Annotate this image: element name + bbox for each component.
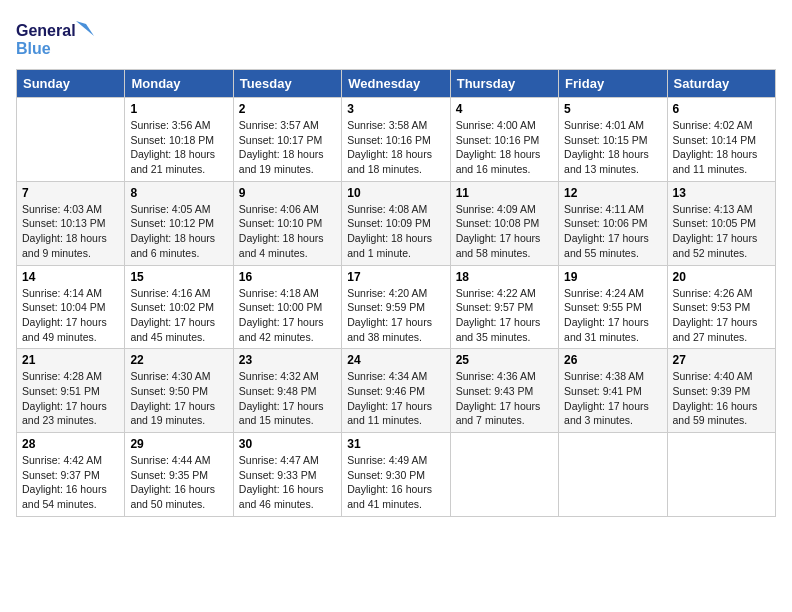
cell-content: Sunrise: 4:38 AM Sunset: 9:41 PM Dayligh… (564, 369, 661, 428)
cell-content: Sunrise: 4:36 AM Sunset: 9:43 PM Dayligh… (456, 369, 553, 428)
day-number: 5 (564, 102, 661, 116)
calendar-cell: 5Sunrise: 4:01 AM Sunset: 10:15 PM Dayli… (559, 98, 667, 182)
calendar-cell: 26Sunrise: 4:38 AM Sunset: 9:41 PM Dayli… (559, 349, 667, 433)
calendar-cell: 29Sunrise: 4:44 AM Sunset: 9:35 PM Dayli… (125, 433, 233, 517)
calendar-cell: 17Sunrise: 4:20 AM Sunset: 9:59 PM Dayli… (342, 265, 450, 349)
calendar-cell: 22Sunrise: 4:30 AM Sunset: 9:50 PM Dayli… (125, 349, 233, 433)
cell-content: Sunrise: 4:01 AM Sunset: 10:15 PM Daylig… (564, 118, 661, 177)
day-number: 12 (564, 186, 661, 200)
cell-content: Sunrise: 4:03 AM Sunset: 10:13 PM Daylig… (22, 202, 119, 261)
cell-content: Sunrise: 4:49 AM Sunset: 9:30 PM Dayligh… (347, 453, 444, 512)
calendar-week-3: 14Sunrise: 4:14 AM Sunset: 10:04 PM Dayl… (17, 265, 776, 349)
calendar-cell: 21Sunrise: 4:28 AM Sunset: 9:51 PM Dayli… (17, 349, 125, 433)
cell-content: Sunrise: 3:57 AM Sunset: 10:17 PM Daylig… (239, 118, 336, 177)
cell-content: Sunrise: 4:20 AM Sunset: 9:59 PM Dayligh… (347, 286, 444, 345)
cell-content: Sunrise: 4:34 AM Sunset: 9:46 PM Dayligh… (347, 369, 444, 428)
day-number: 28 (22, 437, 119, 451)
day-number: 2 (239, 102, 336, 116)
day-number: 8 (130, 186, 227, 200)
header-saturday: Saturday (667, 70, 775, 98)
day-number: 9 (239, 186, 336, 200)
cell-content: Sunrise: 4:16 AM Sunset: 10:02 PM Daylig… (130, 286, 227, 345)
calendar-week-5: 28Sunrise: 4:42 AM Sunset: 9:37 PM Dayli… (17, 433, 776, 517)
day-number: 31 (347, 437, 444, 451)
calendar-cell: 14Sunrise: 4:14 AM Sunset: 10:04 PM Dayl… (17, 265, 125, 349)
day-number: 29 (130, 437, 227, 451)
calendar-cell: 1Sunrise: 3:56 AM Sunset: 10:18 PM Dayli… (125, 98, 233, 182)
day-number: 13 (673, 186, 770, 200)
header-sunday: Sunday (17, 70, 125, 98)
calendar-cell: 4Sunrise: 4:00 AM Sunset: 10:16 PM Dayli… (450, 98, 558, 182)
day-number: 1 (130, 102, 227, 116)
cell-content: Sunrise: 4:11 AM Sunset: 10:06 PM Daylig… (564, 202, 661, 261)
cell-content: Sunrise: 4:40 AM Sunset: 9:39 PM Dayligh… (673, 369, 770, 428)
calendar-cell (667, 433, 775, 517)
calendar-cell (450, 433, 558, 517)
day-number: 26 (564, 353, 661, 367)
cell-content: Sunrise: 4:05 AM Sunset: 10:12 PM Daylig… (130, 202, 227, 261)
cell-content: Sunrise: 4:44 AM Sunset: 9:35 PM Dayligh… (130, 453, 227, 512)
calendar-cell: 10Sunrise: 4:08 AM Sunset: 10:09 PM Dayl… (342, 181, 450, 265)
calendar-week-2: 7Sunrise: 4:03 AM Sunset: 10:13 PM Dayli… (17, 181, 776, 265)
calendar-cell: 28Sunrise: 4:42 AM Sunset: 9:37 PM Dayli… (17, 433, 125, 517)
calendar-cell: 31Sunrise: 4:49 AM Sunset: 9:30 PM Dayli… (342, 433, 450, 517)
page-header: GeneralBlue (16, 16, 776, 61)
cell-content: Sunrise: 4:42 AM Sunset: 9:37 PM Dayligh… (22, 453, 119, 512)
calendar-cell: 25Sunrise: 4:36 AM Sunset: 9:43 PM Dayli… (450, 349, 558, 433)
day-number: 22 (130, 353, 227, 367)
calendar-table: SundayMondayTuesdayWednesdayThursdayFrid… (16, 69, 776, 517)
day-number: 11 (456, 186, 553, 200)
cell-content: Sunrise: 3:56 AM Sunset: 10:18 PM Daylig… (130, 118, 227, 177)
calendar-cell: 8Sunrise: 4:05 AM Sunset: 10:12 PM Dayli… (125, 181, 233, 265)
day-number: 7 (22, 186, 119, 200)
calendar-cell: 11Sunrise: 4:09 AM Sunset: 10:08 PM Dayl… (450, 181, 558, 265)
calendar-cell (17, 98, 125, 182)
calendar-cell: 18Sunrise: 4:22 AM Sunset: 9:57 PM Dayli… (450, 265, 558, 349)
day-number: 27 (673, 353, 770, 367)
day-number: 18 (456, 270, 553, 284)
calendar-week-4: 21Sunrise: 4:28 AM Sunset: 9:51 PM Dayli… (17, 349, 776, 433)
calendar-cell: 24Sunrise: 4:34 AM Sunset: 9:46 PM Dayli… (342, 349, 450, 433)
calendar-cell: 13Sunrise: 4:13 AM Sunset: 10:05 PM Dayl… (667, 181, 775, 265)
cell-content: Sunrise: 4:08 AM Sunset: 10:09 PM Daylig… (347, 202, 444, 261)
svg-marker-2 (76, 21, 94, 36)
day-number: 17 (347, 270, 444, 284)
logo-svg: GeneralBlue (16, 16, 96, 61)
cell-content: Sunrise: 4:02 AM Sunset: 10:14 PM Daylig… (673, 118, 770, 177)
header-thursday: Thursday (450, 70, 558, 98)
cell-content: Sunrise: 4:13 AM Sunset: 10:05 PM Daylig… (673, 202, 770, 261)
day-number: 4 (456, 102, 553, 116)
day-number: 30 (239, 437, 336, 451)
calendar-cell: 2Sunrise: 3:57 AM Sunset: 10:17 PM Dayli… (233, 98, 341, 182)
header-tuesday: Tuesday (233, 70, 341, 98)
cell-content: Sunrise: 4:06 AM Sunset: 10:10 PM Daylig… (239, 202, 336, 261)
day-number: 16 (239, 270, 336, 284)
day-number: 14 (22, 270, 119, 284)
day-number: 21 (22, 353, 119, 367)
cell-content: Sunrise: 4:14 AM Sunset: 10:04 PM Daylig… (22, 286, 119, 345)
calendar-cell: 15Sunrise: 4:16 AM Sunset: 10:02 PM Dayl… (125, 265, 233, 349)
day-number: 23 (239, 353, 336, 367)
cell-content: Sunrise: 4:26 AM Sunset: 9:53 PM Dayligh… (673, 286, 770, 345)
calendar-cell: 6Sunrise: 4:02 AM Sunset: 10:14 PM Dayli… (667, 98, 775, 182)
day-number: 3 (347, 102, 444, 116)
day-number: 20 (673, 270, 770, 284)
header-wednesday: Wednesday (342, 70, 450, 98)
day-number: 19 (564, 270, 661, 284)
cell-content: Sunrise: 4:00 AM Sunset: 10:16 PM Daylig… (456, 118, 553, 177)
day-number: 15 (130, 270, 227, 284)
cell-content: Sunrise: 4:24 AM Sunset: 9:55 PM Dayligh… (564, 286, 661, 345)
cell-content: Sunrise: 4:09 AM Sunset: 10:08 PM Daylig… (456, 202, 553, 261)
svg-text:General: General (16, 22, 76, 39)
calendar-cell: 9Sunrise: 4:06 AM Sunset: 10:10 PM Dayli… (233, 181, 341, 265)
calendar-cell: 20Sunrise: 4:26 AM Sunset: 9:53 PM Dayli… (667, 265, 775, 349)
calendar-cell: 30Sunrise: 4:47 AM Sunset: 9:33 PM Dayli… (233, 433, 341, 517)
cell-content: Sunrise: 4:28 AM Sunset: 9:51 PM Dayligh… (22, 369, 119, 428)
svg-text:Blue: Blue (16, 40, 51, 57)
cell-content: Sunrise: 4:47 AM Sunset: 9:33 PM Dayligh… (239, 453, 336, 512)
logo: GeneralBlue (16, 16, 96, 61)
calendar-cell: 27Sunrise: 4:40 AM Sunset: 9:39 PM Dayli… (667, 349, 775, 433)
day-number: 25 (456, 353, 553, 367)
header-monday: Monday (125, 70, 233, 98)
calendar-cell: 3Sunrise: 3:58 AM Sunset: 10:16 PM Dayli… (342, 98, 450, 182)
